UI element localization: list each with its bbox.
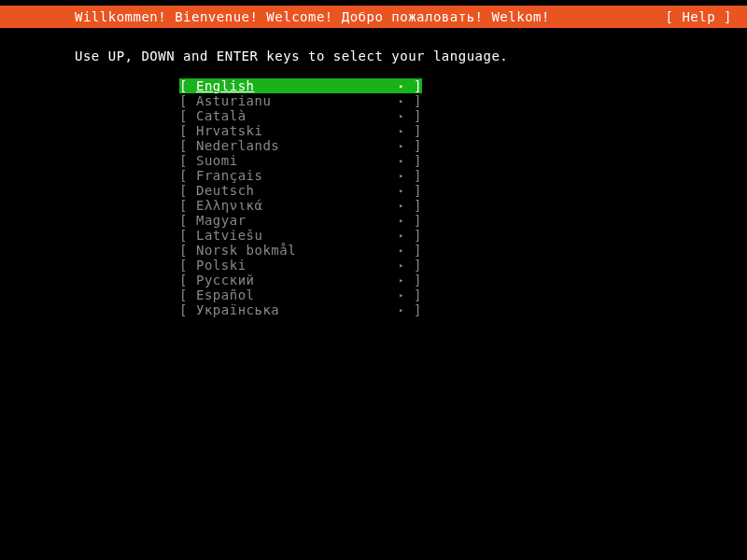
submenu-arrow-icon: ▸ xyxy=(396,213,407,228)
submenu-arrow-icon: ▸ xyxy=(396,183,407,198)
language-label: Русский xyxy=(194,273,396,287)
bracket-close-icon: ] xyxy=(407,287,422,302)
bracket-close-icon: ] xyxy=(407,78,422,93)
bracket-open-icon: [ xyxy=(179,228,194,243)
language-label: Català xyxy=(194,108,396,123)
language-label: English xyxy=(194,78,396,93)
language-option[interactable]: [Magyar▸] xyxy=(179,213,422,228)
language-option[interactable]: [Русский▸] xyxy=(179,273,422,287)
header-bar: Willkommen! Bienvenue! Welcome! Добро по… xyxy=(0,6,747,28)
language-option[interactable]: [Deutsch▸] xyxy=(179,183,422,198)
language-option[interactable]: [Hrvatski▸] xyxy=(179,123,422,138)
language-label: Nederlands xyxy=(194,138,396,153)
bracket-close-icon: ] xyxy=(407,108,422,123)
submenu-arrow-icon: ▸ xyxy=(396,302,407,317)
bracket-open-icon: [ xyxy=(179,78,194,93)
submenu-arrow-icon: ▸ xyxy=(396,93,407,108)
bracket-open-icon: [ xyxy=(179,153,194,168)
bracket-close-icon: ] xyxy=(407,213,422,228)
submenu-arrow-icon: ▸ xyxy=(396,287,407,302)
bracket-open-icon: [ xyxy=(179,243,194,258)
language-label: Norsk bokmål xyxy=(194,243,396,258)
bracket-close-icon: ] xyxy=(407,302,422,317)
bracket-close-icon: ] xyxy=(407,258,422,273)
language-label: Deutsch xyxy=(194,183,396,198)
bracket-open-icon: [ xyxy=(179,168,194,183)
submenu-arrow-icon: ▸ xyxy=(396,153,407,168)
bracket-close-icon: ] xyxy=(407,93,422,108)
language-option[interactable]: [Español▸] xyxy=(179,287,422,302)
header-title: Willkommen! Bienvenue! Welcome! Добро по… xyxy=(75,9,550,24)
bracket-open-icon: [ xyxy=(179,273,194,287)
language-label: Ελληνικά xyxy=(194,198,396,213)
language-label: Hrvatski xyxy=(194,123,396,138)
language-option[interactable]: [Suomi▸] xyxy=(179,153,422,168)
bracket-close-icon: ] xyxy=(407,243,422,258)
bracket-open-icon: [ xyxy=(179,108,194,123)
bracket-open-icon: [ xyxy=(179,198,194,213)
language-label: Українська xyxy=(194,302,396,317)
submenu-arrow-icon: ▸ xyxy=(396,198,407,213)
bracket-close-icon: ] xyxy=(407,198,422,213)
language-list: [English▸][Asturianu▸][Català▸][Hrvatski… xyxy=(0,78,747,317)
language-label: Polski xyxy=(194,258,396,273)
instruction-text: Use UP, DOWN and ENTER keys to select yo… xyxy=(0,34,747,78)
language-option[interactable]: [Català▸] xyxy=(179,108,422,123)
bracket-open-icon: [ xyxy=(179,93,194,108)
bracket-open-icon: [ xyxy=(179,183,194,198)
bracket-close-icon: ] xyxy=(407,168,422,183)
bracket-open-icon: [ xyxy=(179,258,194,273)
language-label: Latviešu xyxy=(194,228,396,243)
bracket-close-icon: ] xyxy=(407,183,422,198)
bracket-close-icon: ] xyxy=(407,123,422,138)
bracket-close-icon: ] xyxy=(407,273,422,287)
submenu-arrow-icon: ▸ xyxy=(396,78,407,93)
language-label: Español xyxy=(194,287,396,302)
language-option[interactable]: [Polski▸] xyxy=(179,258,422,273)
submenu-arrow-icon: ▸ xyxy=(396,273,407,287)
language-option[interactable]: [Nederlands▸] xyxy=(179,138,422,153)
language-label: Suomi xyxy=(194,153,396,168)
bracket-open-icon: [ xyxy=(179,302,194,317)
language-label: Asturianu xyxy=(194,93,396,108)
bracket-open-icon: [ xyxy=(179,123,194,138)
language-option[interactable]: [Latviešu▸] xyxy=(179,228,422,243)
language-option[interactable]: [Norsk bokmål▸] xyxy=(179,243,422,258)
bracket-close-icon: ] xyxy=(407,153,422,168)
bracket-open-icon: [ xyxy=(179,287,194,302)
submenu-arrow-icon: ▸ xyxy=(396,168,407,183)
bracket-open-icon: [ xyxy=(179,138,194,153)
language-option[interactable]: [English▸] xyxy=(179,78,422,93)
bracket-close-icon: ] xyxy=(407,138,422,153)
submenu-arrow-icon: ▸ xyxy=(396,123,407,138)
language-option[interactable]: [Українська▸] xyxy=(179,302,422,317)
language-label: Magyar xyxy=(194,213,396,228)
language-option[interactable]: [Asturianu▸] xyxy=(179,93,422,108)
bracket-close-icon: ] xyxy=(407,228,422,243)
bracket-open-icon: [ xyxy=(179,213,194,228)
language-option[interactable]: [Français▸] xyxy=(179,168,422,183)
language-label: Français xyxy=(194,168,396,183)
submenu-arrow-icon: ▸ xyxy=(396,243,407,258)
language-option[interactable]: [Ελληνικά▸] xyxy=(179,198,422,213)
submenu-arrow-icon: ▸ xyxy=(396,138,407,153)
submenu-arrow-icon: ▸ xyxy=(396,108,407,123)
help-button[interactable]: [ Help ] xyxy=(666,9,732,24)
submenu-arrow-icon: ▸ xyxy=(396,258,407,273)
submenu-arrow-icon: ▸ xyxy=(396,228,407,243)
